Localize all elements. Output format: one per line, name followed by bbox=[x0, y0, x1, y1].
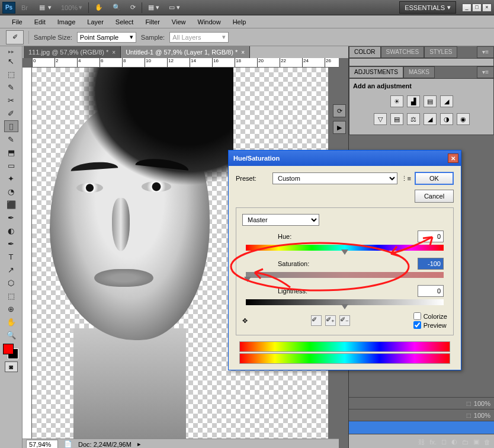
eyedropper-tool[interactable]: ⌷ bbox=[4, 120, 18, 132]
quick-select-tool[interactable]: ✂ bbox=[4, 94, 18, 106]
adj-brightness-icon[interactable]: ☀ bbox=[390, 95, 403, 107]
ruler-horizontal[interactable]: 02468101214161820222426 bbox=[32, 58, 339, 68]
zoom-tool[interactable]: 🔍 bbox=[4, 329, 18, 341]
new-layer-icon[interactable]: ▣ bbox=[473, 438, 479, 446]
dialog-titlebar[interactable]: Hue/Saturation ✕ bbox=[229, 151, 461, 166]
crop-tool[interactable]: ✐ bbox=[4, 107, 18, 119]
collapsed-panel-row[interactable]: ⬚ 100% bbox=[349, 397, 494, 409]
zoom-input[interactable]: 57,94% bbox=[26, 440, 58, 449]
minimize-button[interactable]: _ bbox=[462, 4, 471, 12]
blur-tool[interactable]: ✒ bbox=[4, 212, 18, 223]
tab-swatches[interactable]: SWATCHES bbox=[381, 46, 425, 58]
dodge-tool[interactable]: ◐ bbox=[4, 225, 18, 236]
fx-icon[interactable]: fx. bbox=[429, 439, 437, 446]
current-tool-preset[interactable]: ✐ bbox=[6, 30, 24, 44]
tab-styles[interactable]: STYLES bbox=[424, 46, 457, 58]
bridge-icon[interactable]: Br bbox=[18, 3, 31, 12]
colorize-checkbox[interactable]: Colorize bbox=[413, 312, 447, 320]
eraser-tool[interactable]: ◔ bbox=[4, 185, 18, 197]
saturation-slider[interactable] bbox=[246, 272, 444, 278]
preset-menu-icon[interactable]: ⋮≡ bbox=[401, 175, 411, 183]
mask-icon[interactable]: ◻ bbox=[441, 438, 447, 446]
eyedropper-icon[interactable]: ✐ bbox=[311, 315, 322, 326]
lasso-tool[interactable]: ✎ bbox=[4, 81, 18, 93]
hue-slider[interactable] bbox=[246, 245, 444, 251]
menu-edit[interactable]: Edit bbox=[28, 16, 52, 28]
menu-image[interactable]: Image bbox=[52, 16, 82, 28]
droppers-toggle-icon[interactable]: ✥ bbox=[242, 317, 248, 325]
adj-exposure-icon[interactable]: ◢ bbox=[440, 95, 453, 107]
stamp-tool[interactable]: ▭ bbox=[4, 159, 18, 171]
panel-menu-icon[interactable]: ▾≡ bbox=[477, 46, 494, 58]
adj-bw-icon[interactable]: ◢ bbox=[424, 113, 437, 125]
preview-checkbox[interactable]: Preview bbox=[413, 321, 447, 329]
3d-camera-tool[interactable]: ⊕ bbox=[4, 303, 18, 315]
zoom-tool-icon[interactable]: 🔍 bbox=[109, 2, 124, 12]
panel-menu-icon[interactable]: ▾≡ bbox=[477, 66, 494, 78]
collapsed-panel-row[interactable]: ⬚ 100% bbox=[349, 409, 494, 421]
path-select-tool[interactable]: ↗ bbox=[4, 264, 18, 276]
channel-dropdown[interactable]: Master bbox=[242, 214, 319, 226]
lightness-slider[interactable] bbox=[246, 299, 444, 305]
dialog-close-button[interactable]: ✕ bbox=[448, 153, 458, 163]
menu-filter[interactable]: Filter bbox=[139, 16, 165, 28]
adj-curves-icon[interactable]: ▤ bbox=[424, 95, 437, 107]
panel-icon-actions[interactable]: ▶ bbox=[333, 121, 346, 134]
menu-view[interactable]: View bbox=[166, 16, 192, 28]
type-tool[interactable]: T bbox=[4, 251, 18, 263]
toolbar-zoom-level[interactable]: 100% ▾ bbox=[57, 2, 86, 12]
hand-tool-icon[interactable]: ✋ bbox=[91, 2, 107, 12]
adj-colorbalance-icon[interactable]: ⚖ bbox=[407, 113, 420, 125]
rotate-view-icon[interactable]: ⟳ bbox=[127, 2, 139, 12]
document-tab[interactable]: Untitled-1 @ 57,9% (Layer 1, RGB/8) *× bbox=[121, 46, 250, 58]
hand-tool[interactable]: ✋ bbox=[4, 316, 18, 328]
healing-tool[interactable]: ✎ bbox=[4, 133, 18, 145]
history-brush-tool[interactable]: ✦ bbox=[4, 172, 18, 184]
arrange-documents-icon[interactable]: ▦ ▾ bbox=[145, 2, 163, 12]
cancel-button[interactable]: Cancel bbox=[415, 190, 454, 203]
marquee-tool[interactable]: ⬚ bbox=[4, 68, 18, 80]
maximize-button[interactable]: □ bbox=[472, 4, 482, 12]
trash-icon[interactable]: 🗑 bbox=[484, 439, 490, 446]
menu-file[interactable]: File bbox=[6, 16, 28, 28]
menu-help[interactable]: Help bbox=[227, 16, 252, 28]
tab-adjustments[interactable]: ADJUSTMENTS bbox=[349, 66, 403, 78]
adj-vibrance-icon[interactable]: ▽ bbox=[374, 113, 387, 125]
doc-size-icon[interactable]: 📄 bbox=[64, 440, 72, 448]
hue-input[interactable] bbox=[418, 231, 444, 242]
tab-masks[interactable]: MASKS bbox=[403, 66, 435, 78]
gradient-tool[interactable]: ⬛ bbox=[4, 199, 18, 210]
workspace-switcher[interactable]: ESSENTIALS ▾ bbox=[399, 1, 456, 14]
adj-photofilter-icon[interactable]: ◑ bbox=[440, 113, 453, 125]
screen-mode-icon[interactable]: ▭ ▾ bbox=[165, 2, 184, 12]
ruler-vertical[interactable] bbox=[23, 68, 32, 440]
3d-tool[interactable]: ⬚ bbox=[4, 290, 18, 302]
panel-icon-history[interactable]: ⟳ bbox=[333, 104, 346, 117]
eyedropper-add-icon[interactable]: ✐₊ bbox=[325, 315, 336, 326]
foreground-color[interactable] bbox=[3, 344, 14, 354]
menu-layer[interactable]: Layer bbox=[81, 16, 110, 28]
close-button[interactable]: × bbox=[482, 4, 492, 12]
menu-select[interactable]: Select bbox=[110, 16, 140, 28]
tab-color[interactable]: COLOR bbox=[349, 46, 381, 58]
eyedropper-subtract-icon[interactable]: ✐₋ bbox=[339, 315, 350, 326]
document-tab[interactable]: 111.jpg @ 57,9% (RGB/8) *× bbox=[24, 46, 121, 58]
sample-size-dropdown[interactable]: Point Sample▾ bbox=[77, 32, 136, 43]
close-tab-icon[interactable]: × bbox=[112, 49, 116, 56]
brush-tool[interactable]: ⬒ bbox=[4, 146, 18, 158]
group-icon[interactable]: 🗀 bbox=[462, 439, 469, 446]
adj-layer-icon[interactable]: ◐ bbox=[451, 438, 457, 446]
shape-tool[interactable]: ⬡ bbox=[4, 277, 18, 289]
doc-info-menu-icon[interactable]: ▸ bbox=[137, 440, 141, 448]
close-tab-icon[interactable]: × bbox=[241, 49, 245, 56]
adj-huesat-icon[interactable]: ▤ bbox=[390, 113, 403, 125]
pen-tool[interactable]: ✒ bbox=[4, 238, 18, 249]
active-layer-strip[interactable] bbox=[349, 421, 494, 434]
adj-levels-icon[interactable]: ▟ bbox=[407, 95, 420, 107]
menu-window[interactable]: Window bbox=[192, 16, 227, 28]
color-swatches[interactable] bbox=[3, 344, 20, 359]
adj-channelmixer-icon[interactable]: ◉ bbox=[457, 113, 470, 125]
link-layers-icon[interactable]: ⛓ bbox=[418, 439, 425, 446]
toolbar-view-extras[interactable]: ▦▾ bbox=[34, 2, 55, 14]
quick-mask-toggle[interactable]: ◙ bbox=[5, 361, 18, 372]
